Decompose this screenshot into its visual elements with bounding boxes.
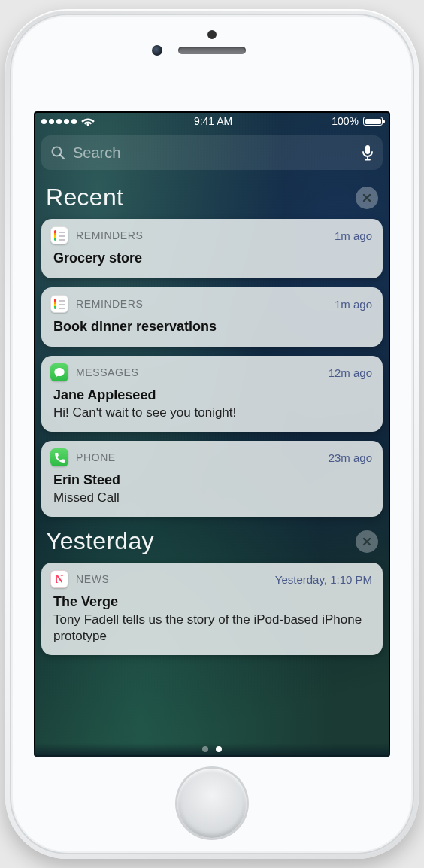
notification-title: The Verge <box>53 594 371 610</box>
clear-section-button[interactable] <box>356 530 378 553</box>
battery-icon <box>363 117 383 126</box>
signal-strength-icon <box>41 119 77 124</box>
page-dot[interactable] <box>216 746 222 752</box>
reminders-app-icon <box>50 295 68 313</box>
page-dot[interactable] <box>202 746 208 752</box>
section-title: Recent <box>46 184 123 211</box>
clear-section-button[interactable] <box>356 187 378 209</box>
notification-card[interactable]: REMINDERS1m agoBook dinner reservations <box>41 287 383 347</box>
screen: 9:41 AM 100% <box>34 111 390 757</box>
messages-app-icon <box>50 363 68 381</box>
notification-time: 1m ago <box>335 298 372 311</box>
notification-app-name: NEWS <box>76 573 268 585</box>
status-bar: 9:41 AM 100% <box>34 111 390 131</box>
notification-app-name: MESSAGES <box>76 366 321 378</box>
notification-body: Missed Call <box>53 490 371 506</box>
phone-app-icon <box>50 448 68 466</box>
svg-line-1 <box>60 155 64 159</box>
notification-title: Grocery store <box>53 250 371 266</box>
proximity-sensor <box>207 30 217 39</box>
reminders-app-icon <box>50 226 68 244</box>
notification-body: Hi! Can't wait to see you tonight! <box>53 405 371 421</box>
notification-app-name: PHONE <box>76 451 321 463</box>
device-frame: 9:41 AM 100% <box>5 9 419 859</box>
status-time: 9:41 AM <box>194 115 232 127</box>
page-indicator[interactable] <box>34 746 390 752</box>
notification-card[interactable]: NNEWSYesterday, 1:10 PMThe VergeTony Fad… <box>41 563 383 655</box>
notification-time: 12m ago <box>329 366 372 379</box>
notification-title: Erin Steed <box>53 472 371 488</box>
battery-percent: 100% <box>332 115 359 127</box>
notification-app-name: REMINDERS <box>76 298 327 310</box>
section-title: Yesterday <box>46 527 154 555</box>
notification-time: 23m ago <box>329 451 372 464</box>
notification-body: Tony Fadell tells us the story of the iP… <box>53 612 371 645</box>
notification-time: 1m ago <box>335 229 372 242</box>
front-camera <box>152 45 162 56</box>
svg-rect-2 <box>365 145 370 154</box>
notification-app-name: REMINDERS <box>76 229 327 241</box>
news-app-icon: N <box>50 570 68 588</box>
home-button[interactable] <box>177 769 247 838</box>
search-input[interactable] <box>73 144 354 162</box>
notification-time: Yesterday, 1:10 PM <box>275 573 372 586</box>
notification-card[interactable]: MESSAGES12m agoJane AppleseedHi! Can't w… <box>41 356 383 432</box>
notification-title: Jane Appleseed <box>53 387 371 403</box>
earpiece-speaker <box>178 47 246 54</box>
dictation-icon[interactable] <box>362 144 374 161</box>
notifications-scroll[interactable]: RecentREMINDERS1m agoGrocery storeREMIND… <box>34 173 390 740</box>
notification-card[interactable]: REMINDERS1m agoGrocery store <box>41 219 383 278</box>
notification-title: Book dinner reservations <box>53 319 371 335</box>
search-bar[interactable] <box>41 135 383 170</box>
notification-card[interactable]: PHONE23m agoErin SteedMissed Call <box>41 441 383 517</box>
wifi-icon <box>81 117 95 126</box>
search-icon <box>50 145 65 160</box>
